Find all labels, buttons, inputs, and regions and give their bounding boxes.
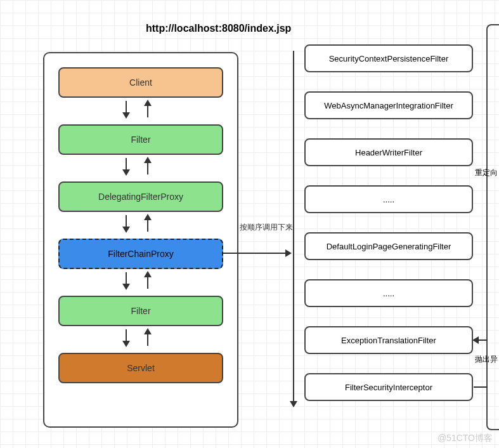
filter-box-3: ..... (304, 185, 473, 213)
side-label-throw: 抛出异 (475, 354, 498, 365)
arrow-pair-1 (120, 100, 159, 125)
filter-label: SecurityContextPersistenceFilter (329, 54, 449, 63)
connector-line-interceptor (474, 386, 488, 388)
filter-box-1: WebAsyncManagerIntegrationFilter (304, 91, 473, 119)
side-label-redirect: 重定向 (475, 168, 498, 178)
filter-box-4: DefaultLoginPageGeneratingFilter (304, 232, 473, 260)
box-filter-1: Filter (58, 124, 223, 155)
filter-box-6: ExceptionTranslationFilter (304, 326, 473, 354)
arrow-up-icon (147, 215, 148, 232)
horizontal-arrow-icon (223, 253, 290, 254)
page-title: http://localhost:8080/index.jsp (146, 23, 291, 34)
side-bracket (486, 24, 499, 430)
filter-box-5: ..... (304, 279, 473, 307)
filter-label: ..... (383, 289, 394, 298)
arrow-down-icon (126, 158, 127, 175)
box-filter-2-label: Filter (131, 306, 150, 316)
box-client: Client (58, 67, 223, 98)
arrow-up-icon (147, 101, 148, 117)
arrow-down-icon (126, 101, 127, 117)
arrow-pair-3 (120, 214, 159, 239)
arrow-pair-2 (120, 157, 159, 182)
box-servlet-label: Servlet (127, 363, 155, 373)
filter-label: ..... (383, 195, 394, 204)
sequence-arrow-icon (293, 51, 294, 406)
box-client-label: Client (129, 77, 152, 88)
filter-box-2: HeaderWriterFilter (304, 138, 473, 166)
filter-box-7: FilterSecurityInterceptor (304, 373, 473, 401)
box-filter-1-label: Filter (131, 135, 150, 145)
connector-line-exception (474, 339, 488, 341)
arrow-up-icon (147, 329, 148, 346)
box-filter-chain-proxy: FilterChainProxy (58, 239, 223, 269)
arrow-up-icon (147, 158, 148, 175)
box-servlet: Servlet (58, 353, 223, 383)
filter-label: FilterSecurityInterceptor (345, 383, 432, 392)
filter-label: ExceptionTranslationFilter (341, 336, 436, 345)
filter-label: HeaderWriterFilter (355, 148, 422, 157)
left-pipeline-container: Client Filter DelegatingFilterProxy Filt… (43, 52, 238, 428)
watermark: @51CTO博客 (437, 433, 493, 444)
connector-label: 按顺序调用下来 (240, 222, 293, 233)
arrow-down-icon (126, 272, 127, 289)
box-dfp-label: DelegatingFilterProxy (98, 192, 183, 202)
arrow-down-icon (126, 215, 127, 232)
box-fcp-label: FilterChainProxy (108, 249, 173, 259)
box-delegating-filter-proxy: DelegatingFilterProxy (58, 181, 223, 212)
arrow-down-icon (126, 329, 127, 346)
filter-box-0: SecurityContextPersistenceFilter (304, 44, 473, 72)
filter-label: DefaultLoginPageGeneratingFilter (327, 242, 451, 251)
box-filter-2: Filter (58, 296, 223, 326)
arrow-pair-5 (120, 328, 159, 353)
arrow-up-icon (147, 272, 148, 289)
filter-chain-list: SecurityContextPersistenceFilter WebAsyn… (304, 44, 473, 420)
filter-label: WebAsyncManagerIntegrationFilter (324, 101, 453, 110)
arrow-pair-4 (120, 271, 159, 296)
